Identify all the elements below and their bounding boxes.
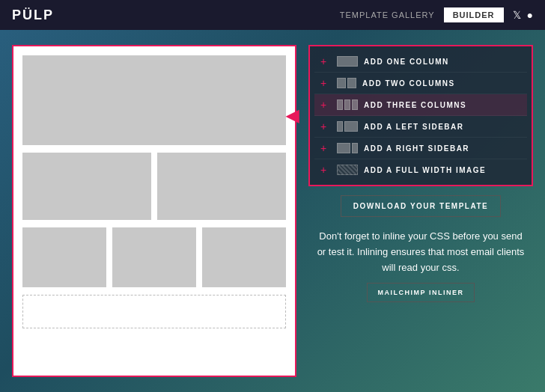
left-sidebar-label: ADD A LEFT SIDEBAR	[364, 123, 463, 131]
layout-option-three-columns[interactable]: + ADD THREE COLUMNS	[314, 94, 527, 116]
full-width-label: ADD A FULL WIDTH IMAGE	[364, 166, 486, 174]
layout-options-panel: + ADD ONE COLUMN + ADD TWO COLUMNS	[308, 45, 533, 186]
three-columns-label: ADD THREE COLUMNS	[364, 101, 466, 109]
preview-col-left	[22, 153, 151, 220]
twitter-icon[interactable]: 𝕏	[513, 9, 521, 21]
template-gallery-label: TEMPLATE GALLERY	[340, 10, 435, 19]
full-width-icon	[337, 165, 358, 175]
preview-col-3	[202, 227, 286, 287]
header-right: TEMPLATE GALLERY BUILDER 𝕏 ●	[340, 7, 533, 22]
builder-button[interactable]: BUILDER	[444, 7, 504, 22]
arrow-indicator: ◀	[286, 106, 299, 126]
plus-icon-4: +	[320, 120, 331, 132]
plus-icon-2: +	[320, 77, 331, 89]
template-preview	[12, 45, 296, 377]
social-icons: 𝕏 ●	[513, 9, 533, 21]
layout-options-wrapper: ◀ + ADD ONE COLUMN + AD	[308, 45, 533, 186]
plus-icon-6: +	[320, 164, 331, 176]
instagram-icon[interactable]: ●	[527, 9, 533, 21]
app-header: PÜLP TEMPLATE GALLERY BUILDER 𝕏 ●	[0, 0, 545, 30]
layout-option-right-sidebar[interactable]: + ADD A RIGHT SIDEBAR	[314, 138, 527, 159]
one-column-icon	[337, 56, 358, 67]
plus-icon-1: +	[320, 55, 331, 67]
layout-option-full-width-image[interactable]: + ADD A FULL WIDTH IMAGE	[314, 159, 527, 180]
layout-option-left-sidebar[interactable]: + ADD A LEFT SIDEBAR	[314, 116, 527, 138]
two-columns-icon	[337, 78, 356, 88]
left-sidebar-icon	[337, 121, 358, 132]
layout-option-one-column[interactable]: + ADD ONE COLUMN	[314, 51, 527, 73]
mailchimp-button[interactable]: MAILCHIMP INLINER	[367, 283, 475, 302]
info-text: Don't forget to inline your CSS before y…	[308, 229, 533, 275]
info-section: Don't forget to inline your CSS before y…	[308, 229, 533, 302]
preview-three-col-row	[22, 227, 286, 287]
main-content: ◀ + ADD ONE COLUMN + AD	[0, 30, 545, 392]
layout-option-two-columns[interactable]: + ADD TWO COLUMNS	[314, 73, 527, 94]
two-columns-label: ADD TWO COLUMNS	[362, 79, 455, 88]
right-sidebar-icon	[337, 143, 358, 153]
right-sidebar-label: ADD A RIGHT SIDEBAR	[364, 144, 469, 153]
download-button[interactable]: DOWNLOAD YOUR TEMPLATE	[341, 195, 501, 217]
plus-icon-3: +	[320, 99, 331, 111]
preview-two-col-row	[22, 153, 286, 220]
preview-col-1	[22, 227, 106, 287]
preview-col-right	[157, 153, 286, 220]
plus-icon-5: +	[320, 142, 331, 154]
logo: PÜLP	[12, 7, 54, 23]
preview-footer	[22, 295, 286, 328]
three-columns-icon	[337, 99, 358, 110]
one-column-label: ADD ONE COLUMN	[364, 58, 449, 66]
preview-full-row	[22, 55, 286, 145]
preview-col-2	[112, 227, 196, 287]
right-panel: ◀ + ADD ONE COLUMN + AD	[308, 45, 533, 377]
